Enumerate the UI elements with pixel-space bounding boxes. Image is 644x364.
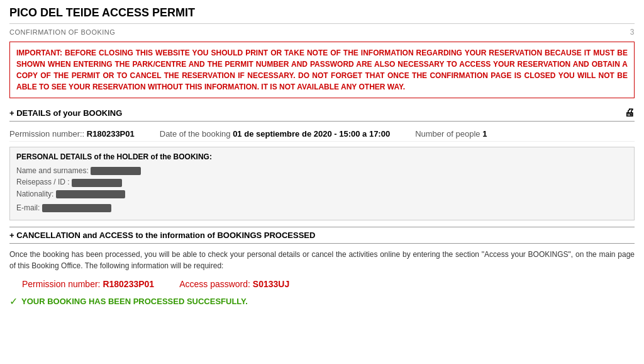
nationality-label: Nationality: <box>16 190 53 198</box>
people-value: 1 <box>482 129 487 139</box>
personal-details-box: PERSONAL DETAILS of the HOLDER of the BO… <box>9 147 635 220</box>
cancellation-section: + CANCELLATION and ACCESS to the informa… <box>9 227 635 307</box>
section-number: 3 <box>630 28 635 37</box>
people-label: Number of people <box>415 129 480 139</box>
email-field: E-mail: <box>16 203 628 212</box>
name-value-blurred <box>91 167 141 175</box>
permission-label: Permission number:: <box>9 129 84 139</box>
booking-details-row: Permission number:: R180233P01 Date of t… <box>9 127 635 142</box>
name-label: Name and surnames: <box>16 166 89 175</box>
section-header: CONFIRMATION of BOOKING 3 <box>9 28 635 37</box>
email-label: E-mail: <box>16 203 40 212</box>
email-value-blurred <box>42 204 111 212</box>
permission-value: R180233P01 <box>87 129 135 139</box>
id-field: Reisepass / ID : <box>16 178 628 186</box>
booking-section-title: + DETAILS of your BOOKING <box>9 108 122 118</box>
cancellation-header: + CANCELLATION and ACCESS to the informa… <box>9 227 635 244</box>
important-box: IMPORTANT: BEFORE CLOSING THIS WEBSITE Y… <box>9 42 635 98</box>
success-row: ✓ YOUR BOOKING HAS BEEN PROCESSED SUCCES… <box>9 295 635 307</box>
nationality-value-blurred <box>56 190 125 198</box>
date-value: 01 de septiembre de 2020 - 15:00 a 17:00 <box>233 129 390 139</box>
nationality-field: Nationality: <box>16 190 628 198</box>
date-label: Date of the booking <box>160 129 231 139</box>
page-title: PICO DEL TEIDE ACCESS PERMIT <box>9 6 635 24</box>
print-icon[interactable]: 🖨 <box>625 107 635 118</box>
access-permission-item: Permission number: R180233P01 <box>22 279 154 289</box>
access-permission-value: R180233P01 <box>103 279 154 289</box>
access-password-label: Access password: <box>179 279 250 289</box>
id-label: Reisepass / ID : <box>16 178 70 186</box>
booking-section: + DETAILS of your BOOKING 🖨 Permission n… <box>9 107 635 220</box>
personal-details-title: PERSONAL DETAILS of the HOLDER of the BO… <box>16 152 628 161</box>
access-password-value: S0133UJ <box>253 279 289 289</box>
section-label: CONFIRMATION of BOOKING <box>9 28 115 36</box>
id-value-blurred <box>72 179 122 187</box>
access-permission-label: Permission number: <box>22 279 101 289</box>
cancellation-description: Once the booking has been processed, you… <box>9 249 635 271</box>
access-password-item: Access password: S0133UJ <box>179 279 289 289</box>
checkmark-icon: ✓ <box>9 295 18 307</box>
important-text: IMPORTANT: BEFORE CLOSING THIS WEBSITE Y… <box>16 47 628 93</box>
access-info-row: Permission number: R180233P01 Access pas… <box>9 279 635 289</box>
success-text: YOUR BOOKING HAS BEEN PROCESSED SUCCESFU… <box>21 297 248 306</box>
name-field: Name and surnames: <box>16 166 628 175</box>
booking-section-header: + DETAILS of your BOOKING 🖨 <box>9 107 635 122</box>
